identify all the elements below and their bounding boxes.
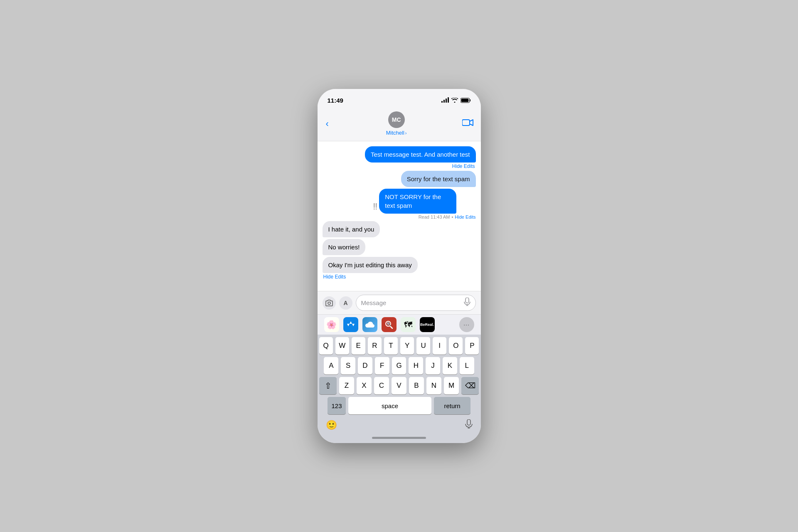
- key-I[interactable]: I: [433, 337, 446, 355]
- keyboard-row-3: ⇧ Z X C V B N M ⌫: [318, 374, 481, 394]
- key-J[interactable]: J: [426, 357, 440, 374]
- hide-edits-1[interactable]: Hide Edits: [452, 163, 476, 169]
- appstore-icon[interactable]: [343, 317, 358, 332]
- key-C[interactable]: C: [374, 377, 389, 394]
- delete-key[interactable]: ⌫: [461, 377, 479, 394]
- separator: •: [452, 214, 453, 219]
- message-row-4: I hate it, and you: [323, 221, 476, 237]
- keyboard-row-4: 123 space return: [318, 394, 481, 417]
- message-input-wrap: [356, 295, 476, 311]
- input-area: A: [318, 291, 481, 314]
- message-row-5: No worries!: [323, 239, 476, 255]
- key-M[interactable]: M: [444, 377, 459, 394]
- read-timestamp: Read 11:43 AM: [419, 214, 450, 219]
- key-U[interactable]: U: [416, 337, 430, 355]
- contact-chevron-icon: ›: [405, 131, 407, 135]
- key-O[interactable]: O: [449, 337, 463, 355]
- key-Y[interactable]: Y: [400, 337, 414, 355]
- keyboard: Q W E R T Y U I O P A S D F G H J K L ⇧ …: [318, 335, 481, 443]
- keyboard-row-1: Q W E R T Y U I O P: [318, 335, 481, 355]
- key-P[interactable]: P: [465, 337, 479, 355]
- key-H[interactable]: H: [409, 357, 423, 374]
- messages-area: Test message test. And another test Hide…: [318, 141, 481, 291]
- apps-button[interactable]: A: [339, 296, 352, 310]
- nav-header: ‹ MC Mitchell ›: [318, 109, 481, 141]
- message-row-6: Okay I'm just editing this away Hide Edi…: [323, 257, 476, 280]
- shift-key[interactable]: ⇧: [319, 377, 337, 394]
- home-bar: [372, 437, 426, 439]
- key-Z[interactable]: Z: [339, 377, 354, 394]
- bubble-4[interactable]: I hate it, and you: [323, 221, 380, 237]
- key-B[interactable]: B: [409, 377, 424, 394]
- maps-app-icon[interactable]: 🗺: [401, 317, 416, 332]
- keyboard-bottom: 🙂: [318, 417, 481, 434]
- key-N[interactable]: N: [426, 377, 441, 394]
- bubble-5[interactable]: No worries!: [323, 239, 366, 255]
- key-F[interactable]: F: [375, 357, 389, 374]
- key-G[interactable]: G: [392, 357, 406, 374]
- video-call-button[interactable]: [462, 118, 474, 129]
- message-input[interactable]: [361, 299, 461, 306]
- key-R[interactable]: R: [368, 337, 382, 355]
- phone-frame: 11:49 ‹ MC Mitchel: [318, 89, 481, 443]
- photos-app-icon[interactable]: 🌸: [324, 317, 339, 332]
- key-Q[interactable]: Q: [319, 337, 333, 355]
- more-apps-button[interactable]: ···: [459, 317, 474, 332]
- svg-rect-5: [466, 298, 469, 303]
- message-row-2: Sorry for the text spam: [323, 171, 476, 187]
- key-W[interactable]: W: [335, 337, 349, 355]
- key-S[interactable]: S: [341, 357, 355, 374]
- message-row-3: ‼ NOT SORRY for the text spam Read 11:43…: [323, 189, 476, 219]
- key-A[interactable]: A: [324, 357, 338, 374]
- svg-rect-2: [461, 99, 468, 102]
- search-app-icon[interactable]: 🔍: [382, 317, 397, 332]
- battery-icon: [461, 98, 471, 103]
- svg-rect-10: [467, 419, 470, 425]
- hide-edits-6[interactable]: Hide Edits: [323, 274, 346, 280]
- num-key[interactable]: 123: [328, 397, 346, 414]
- space-key[interactable]: space: [348, 397, 431, 414]
- key-X[interactable]: X: [357, 377, 372, 394]
- wifi-icon: [451, 98, 458, 103]
- home-indicator: [318, 434, 481, 443]
- key-L[interactable]: L: [460, 357, 474, 374]
- key-E[interactable]: E: [352, 337, 365, 355]
- hide-edits-3[interactable]: Hide Edits: [455, 214, 475, 219]
- status-time: 11:49: [328, 97, 343, 104]
- bereal-app-icon[interactable]: BeReal.: [420, 317, 435, 332]
- message-row-1: Test message test. And another test Hide…: [323, 146, 476, 169]
- back-button[interactable]: ‹: [324, 117, 330, 131]
- key-D[interactable]: D: [358, 357, 372, 374]
- bubble-3[interactable]: NOT SORRY for the text spam: [379, 189, 456, 214]
- emoji-key[interactable]: 🙂: [326, 420, 337, 431]
- key-T[interactable]: T: [384, 337, 398, 355]
- exclamation-icon: ‼: [373, 201, 377, 212]
- mic-icon[interactable]: [464, 298, 470, 308]
- contact-name[interactable]: Mitchell ›: [386, 130, 407, 136]
- key-K[interactable]: K: [443, 357, 457, 374]
- key-V[interactable]: V: [392, 377, 406, 394]
- camera-button[interactable]: [323, 296, 336, 310]
- soundcloud-icon[interactable]: [362, 317, 377, 332]
- return-key[interactable]: return: [434, 397, 470, 414]
- signal-icon: [441, 98, 449, 103]
- status-bar: 11:49: [318, 89, 481, 109]
- bubble-6[interactable]: Okay I'm just editing this away: [323, 257, 418, 273]
- svg-point-4: [328, 302, 330, 304]
- app-dock: 🌸 🔍 🗺 BeReal. ···: [318, 314, 481, 335]
- keyboard-row-2: A S D F G H J K L: [318, 355, 481, 374]
- svg-rect-1: [470, 99, 470, 101]
- svg-rect-3: [462, 120, 470, 126]
- bubble-2[interactable]: Sorry for the text spam: [401, 171, 476, 187]
- bubble-1[interactable]: Test message test. And another test: [365, 146, 475, 163]
- keyboard-mic-key[interactable]: [465, 419, 473, 431]
- status-icons: [441, 98, 471, 103]
- exclamation-group: ‼ NOT SORRY for the text spam: [373, 189, 475, 214]
- avatar: MC: [388, 111, 405, 128]
- read-info: Read 11:43 AM • Hide Edits: [419, 214, 476, 219]
- svg-text:🔍: 🔍: [387, 322, 392, 327]
- contact-center[interactable]: MC Mitchell ›: [386, 111, 407, 136]
